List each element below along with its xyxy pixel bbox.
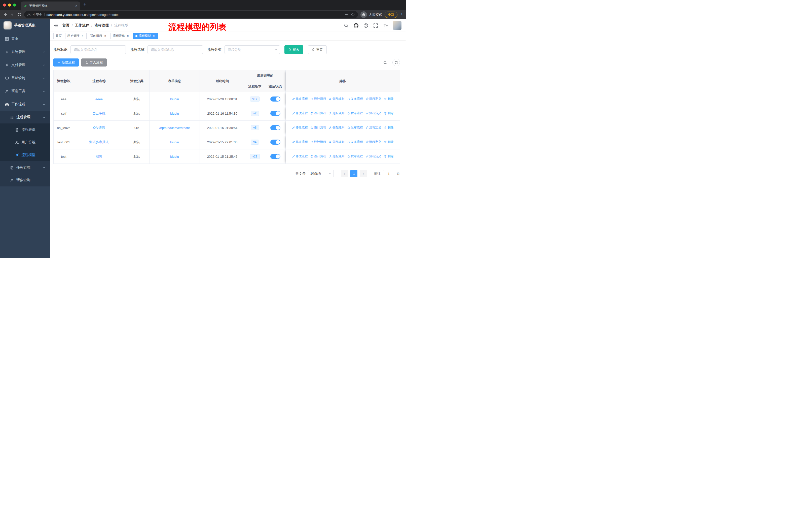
help-icon[interactable] (364, 23, 368, 28)
bookmark-star-icon[interactable] (351, 12, 355, 17)
minimize-window-button[interactable] (8, 3, 11, 6)
delete-link[interactable]: 删除 (384, 154, 394, 159)
sidebar-item-leave-query[interactable]: 请假查询 (0, 174, 50, 186)
process-definition-link[interactable]: 流程定义 (366, 154, 381, 159)
edit-process-link[interactable]: 修改流程 (292, 111, 308, 115)
process-name-link[interactable]: OA 请假 (93, 126, 105, 130)
process-name-link[interactable]: 测试多审批人 (89, 140, 109, 144)
process-id-input[interactable] (70, 45, 126, 54)
publish-process-link[interactable]: 发布流程 (347, 154, 363, 159)
delete-link[interactable]: 删除 (384, 97, 394, 101)
import-process-button[interactable]: 导入流程 (81, 58, 107, 66)
sidebar-item-process-form[interactable]: 流程表单 (0, 124, 50, 136)
process-definition-link[interactable]: 流程定义 (366, 111, 381, 115)
edit-process-link[interactable]: 修改流程 (292, 126, 308, 130)
process-name-link[interactable]: 自己审批 (93, 111, 106, 115)
next-page-button[interactable]: › (360, 170, 367, 177)
font-size-icon[interactable] (383, 23, 388, 28)
active-toggle[interactable] (270, 125, 281, 130)
update-button[interactable]: 更新 (385, 11, 398, 18)
breadcrumb-process-management[interactable]: 流程管理 (95, 23, 109, 28)
tag-tenant-management[interactable]: 租户管理× (65, 33, 87, 39)
design-process-link[interactable]: 设计流程 (310, 154, 326, 159)
key-icon[interactable] (345, 12, 349, 17)
edit-process-link[interactable]: 修改流程 (292, 97, 308, 101)
delete-link[interactable]: 删除 (384, 111, 394, 115)
assign-rule-link[interactable]: 分配规则 (329, 126, 345, 130)
tag-process-form[interactable]: 流程表单× (111, 33, 132, 39)
process-definition-link[interactable]: 流程定义 (366, 140, 381, 144)
sidebar-item-user-group[interactable]: 用户分组 (0, 136, 50, 148)
sidebar-item-dev-tools[interactable]: 研发工具 (0, 85, 50, 98)
zoom-window-button[interactable] (13, 3, 16, 6)
tag-process-model[interactable]: 流程模型× (133, 33, 158, 39)
active-toggle[interactable] (270, 111, 281, 116)
sidebar-item-workflow[interactable]: 工作流程 (0, 98, 50, 111)
prev-page-button[interactable]: ‹ (341, 170, 348, 177)
goto-page-input[interactable] (383, 170, 394, 178)
user-avatar[interactable] (393, 21, 402, 30)
breadcrumb-home[interactable]: 首页 (62, 23, 69, 28)
sidebar-item-process-model[interactable]: 流程模型 (0, 148, 50, 161)
active-toggle[interactable] (270, 97, 281, 102)
forward-button[interactable] (10, 12, 14, 17)
assign-rule-link[interactable]: 分配规则 (329, 97, 345, 101)
address-bar[interactable]: 不安全 dashboard.yudao.iocoder.cn/bpm/manag… (24, 11, 358, 18)
page-1-button[interactable]: 1 (350, 170, 357, 177)
security-label[interactable]: 不安全 (33, 12, 42, 17)
assign-rule-link[interactable]: 分配规则 (329, 140, 345, 144)
tag-close-icon[interactable]: × (152, 34, 155, 38)
sidebar-item-task-management[interactable]: 任务管理 (0, 161, 50, 174)
reset-button[interactable]: 重置 (308, 45, 327, 54)
publish-process-link[interactable]: 发布流程 (347, 126, 363, 130)
header-search-icon[interactable] (344, 23, 349, 28)
publish-process-link[interactable]: 发布流程 (347, 140, 363, 144)
process-definition-link[interactable]: 流程定义 (366, 126, 381, 130)
breadcrumb-workflow[interactable]: 工作流程 (75, 23, 89, 28)
sidebar-item-process-management[interactable]: 流程管理 (0, 111, 50, 124)
form-info-link[interactable]: biubiu (170, 155, 179, 159)
create-process-button[interactable]: 新建流程 (53, 58, 79, 66)
new-tab-button[interactable]: + (83, 2, 86, 7)
process-name-link[interactable]: 滔博 (96, 155, 103, 158)
form-info-link[interactable]: biubiu (170, 97, 179, 101)
fullscreen-icon[interactable] (373, 23, 378, 28)
github-icon[interactable] (354, 23, 358, 28)
active-toggle[interactable] (270, 140, 281, 145)
category-select-input[interactable] (225, 45, 280, 54)
reload-button[interactable] (17, 12, 22, 17)
sidebar-item-system-management[interactable]: 系统管理 (0, 45, 50, 58)
design-process-link[interactable]: 设计流程 (310, 97, 326, 101)
design-process-link[interactable]: 设计流程 (310, 126, 326, 130)
form-info-link[interactable]: /bpm/oa/leave/create (159, 126, 190, 130)
design-process-link[interactable]: 设计流程 (310, 111, 326, 115)
tag-close-icon[interactable]: × (81, 34, 84, 38)
delete-link[interactable]: 删除 (384, 140, 394, 144)
back-button[interactable] (3, 12, 7, 17)
delete-link[interactable]: 删除 (384, 126, 394, 130)
browser-menu-kebab-icon[interactable]: ⋮ (400, 12, 403, 17)
process-definition-link[interactable]: 流程定义 (366, 97, 381, 101)
assign-rule-link[interactable]: 分配规则 (329, 111, 345, 115)
edit-process-link[interactable]: 修改流程 (292, 140, 308, 144)
process-name-input[interactable] (147, 45, 203, 54)
sidebar-item-infrastructure[interactable]: 基础设施 (0, 72, 50, 85)
browser-tab[interactable]: 芋道管理系统 × (21, 1, 80, 10)
assign-rule-link[interactable]: 分配规则 (329, 154, 345, 159)
category-select[interactable] (225, 45, 280, 54)
page-size-select[interactable]: 10条/页 (308, 170, 334, 178)
refresh-table-button[interactable] (393, 59, 400, 66)
tag-close-icon[interactable]: × (104, 34, 107, 38)
process-name-link[interactable]: eeee (95, 97, 103, 101)
form-info-link[interactable]: biubiu (170, 140, 179, 144)
tag-home[interactable]: 首页 (53, 33, 64, 39)
search-button[interactable]: 搜索 (284, 45, 303, 54)
design-process-link[interactable]: 设计流程 (310, 140, 326, 144)
active-toggle[interactable] (270, 154, 281, 159)
tab-close-icon[interactable]: × (74, 4, 78, 8)
tag-close-icon[interactable]: × (126, 34, 129, 38)
tag-my-process[interactable]: 我的流程× (88, 33, 109, 39)
publish-process-link[interactable]: 发布流程 (347, 111, 363, 115)
sidebar-item-payment-management[interactable]: 支付管理 (0, 58, 50, 72)
form-info-link[interactable]: biubiu (170, 112, 179, 115)
